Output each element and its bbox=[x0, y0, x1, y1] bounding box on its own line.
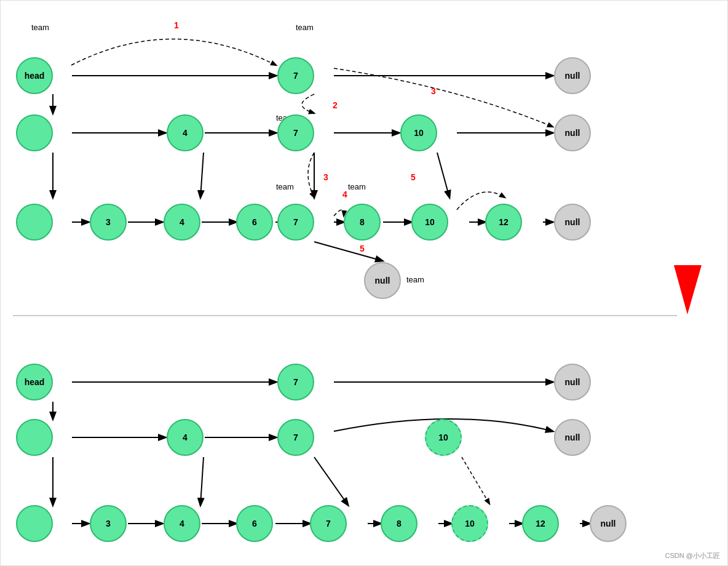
node-null4-top: null bbox=[364, 262, 401, 299]
node-head-bot: head bbox=[16, 364, 53, 401]
node-4b-bot: 4 bbox=[164, 505, 200, 542]
node-12-top: 12 bbox=[485, 204, 522, 241]
node-null3-top: null bbox=[554, 204, 591, 241]
node-null2-bot: null bbox=[554, 419, 591, 456]
node-12-bot: 12 bbox=[522, 505, 559, 542]
node-null2-top: null bbox=[554, 114, 591, 151]
node-row2-left-bot bbox=[16, 419, 53, 456]
team-label-5: team bbox=[348, 182, 366, 191]
node-7-mid-bot: 7 bbox=[277, 419, 314, 456]
step3-label-top: 3 bbox=[431, 86, 436, 96]
main-container: 1 team team 2 team 3 3 team 4 team 5 5 t… bbox=[0, 0, 728, 566]
down-arrow-icon bbox=[674, 265, 702, 314]
svg-line-10 bbox=[437, 153, 449, 197]
node-10-top: 10 bbox=[400, 114, 437, 151]
node-7-top: 7 bbox=[277, 57, 314, 94]
node-4b-top: 4 bbox=[164, 204, 200, 241]
watermark-text: CSDN @小小工匠 bbox=[665, 551, 720, 560]
node-6-top: 6 bbox=[236, 204, 273, 241]
node-row3-left-bot bbox=[16, 505, 53, 542]
node-7-mid: 7 bbox=[277, 114, 314, 151]
node-3-top: 3 bbox=[90, 204, 127, 241]
step2-label: 2 bbox=[333, 100, 338, 110]
svg-line-8 bbox=[200, 153, 204, 197]
node-6-bot: 6 bbox=[236, 505, 273, 542]
step3-label: 3 bbox=[323, 172, 328, 182]
node-null1-top: null bbox=[554, 57, 591, 94]
team-label-4: team bbox=[276, 182, 294, 191]
node-10b-top: 10 bbox=[411, 204, 448, 241]
step4-label: 4 bbox=[342, 189, 347, 199]
node-3-bot: 3 bbox=[90, 505, 127, 542]
svg-line-19 bbox=[314, 242, 382, 261]
node-4-top: 4 bbox=[167, 114, 204, 151]
svg-line-27 bbox=[200, 457, 204, 505]
step5-label-bot: 5 bbox=[360, 244, 365, 253]
node-10-dashed-row3: 10 bbox=[451, 505, 488, 542]
node-7-bot-row3: 7 bbox=[310, 505, 347, 542]
team-label-1: team bbox=[31, 23, 49, 32]
svg-line-29 bbox=[462, 457, 489, 504]
node-row3-left bbox=[16, 204, 53, 241]
node-null3-bot: null bbox=[590, 505, 627, 542]
step5-label-top: 5 bbox=[411, 172, 416, 182]
node-row2-left bbox=[16, 114, 53, 151]
svg-line-28 bbox=[314, 457, 348, 505]
node-7-bot-top: 7 bbox=[277, 364, 314, 401]
node-10-dashed: 10 bbox=[425, 419, 462, 456]
node-4-bot: 4 bbox=[167, 419, 204, 456]
node-8-top: 8 bbox=[344, 204, 381, 241]
team-label-6: team bbox=[406, 275, 424, 284]
node-null1-bot: null bbox=[554, 364, 591, 401]
node-8-bot: 8 bbox=[381, 505, 417, 542]
team-label-2: team bbox=[296, 23, 314, 32]
node-7-bot: 7 bbox=[277, 204, 314, 241]
node-head-top: head bbox=[16, 57, 53, 94]
step1-label: 1 bbox=[174, 20, 179, 30]
